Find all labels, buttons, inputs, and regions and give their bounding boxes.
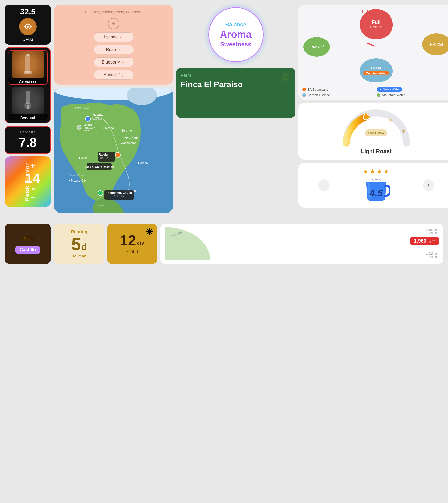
- peak-flavor-card: Peak Flavor + 14 days −: [5, 156, 51, 207]
- bag-oz: 12oz: [120, 233, 145, 248]
- legend-swiss-water: ✓ Swiss Water: [377, 87, 448, 92]
- svg-text:Black & White Roasters: Black & White Roasters: [84, 165, 114, 168]
- legend-ea-sugarcane: EA Sugarcane: [302, 87, 375, 92]
- altitude-card: Very High 2,100 m 5000 ft 1,525 m 5000 f…: [160, 224, 443, 264]
- svg-text:I don't know: I don't know: [368, 131, 384, 135]
- svg-text:Preparatory: Preparatory: [84, 127, 96, 129]
- svg-text:Seattle: Seattle: [93, 114, 103, 117]
- peak-minus-btn[interactable]: −: [30, 193, 35, 202]
- right-column: Full Caffeine Low-Caf: [298, 5, 448, 213]
- star-1: ★: [363, 168, 369, 175]
- roast-gauge-card: ❄ ❄ ❄ ❄ I don't know Light Roast: [298, 103, 448, 160]
- variety-card: Castillo: [5, 224, 51, 264]
- resting-days: 5d: [71, 236, 87, 253]
- center-left-column: Hibiscus, Lychee, Rose, Blueberry + Lych…: [54, 5, 173, 213]
- svg-rect-11: [27, 105, 29, 109]
- add-note-button[interactable]: +: [108, 18, 119, 29]
- svg-text:• Mexico City: • Mexico City: [69, 179, 87, 182]
- rating-value: 4.5: [370, 188, 383, 199]
- svg-text:Toronto: Toronto: [122, 129, 132, 132]
- flavor-sweetness: Sweetness: [220, 41, 251, 48]
- svg-text:❄: ❄: [348, 132, 352, 137]
- decaf-methods-label: Decaffeinated Methods: [361, 73, 392, 77]
- grinder-card: 32.5 DF83: [5, 5, 51, 45]
- rating-stars: ★ ★ ★ ★★: [363, 168, 390, 175]
- aeropress-label: Aeropress: [8, 78, 47, 84]
- equipment-aergrind[interactable]: Aergrind: [8, 87, 48, 120]
- rating-cup-area: ★ ★ ★ ★★: [361, 168, 391, 203]
- svg-point-36: [115, 152, 120, 157]
- star-2: ★: [370, 168, 375, 175]
- bag-card: ❋ 12oz $24.0: [107, 224, 157, 264]
- legend-mountain-water: Mountain Water: [377, 93, 448, 97]
- svg-point-29: [85, 116, 90, 121]
- flavor-circle-card: Balance Aroma Sweetness: [208, 7, 264, 62]
- altitude-indicator: 1,960 m ≡: [165, 237, 439, 245]
- star-4: ★★: [383, 168, 390, 175]
- farm-label: Farm: [181, 73, 291, 78]
- equipment-selector: Aeropress Aergrind: [5, 47, 51, 123]
- altitude-line: [165, 241, 410, 241]
- flavor-aroma: Aroma: [220, 29, 252, 39]
- svg-point-42: [98, 191, 103, 196]
- svg-point-32: [77, 125, 81, 129]
- tasting-notes-card: Hibiscus, Lychee, Rose, Blueberry + Lych…: [54, 5, 173, 85]
- peak-flavor-label: Peak Flavor: [24, 162, 31, 201]
- note-rose[interactable]: Rose ✓: [94, 45, 134, 54]
- svg-text:WA, US: WA, US: [93, 118, 102, 120]
- svg-rect-6: [25, 54, 30, 73]
- svg-text:❄: ❄: [389, 118, 392, 122]
- svg-text:Dallas: Dallas: [79, 156, 87, 160]
- bag-icon: ❋: [146, 227, 153, 237]
- svg-text:NC, US: NC, US: [100, 157, 108, 159]
- svg-text:Caraca: Caraca: [138, 161, 148, 165]
- aergrind-label: Aergrind: [8, 114, 48, 120]
- altitude-area: Very High 2,100 m 5000 ft 1,525 m 5000 f…: [165, 227, 439, 260]
- map-background: Arctic Circle Tropic of Cancer Equator T…: [54, 88, 173, 213]
- mountain-water-dot: [377, 93, 380, 97]
- grinder-temp: 32.5: [7, 7, 48, 16]
- caffeine-card: Full Caffeine Low-Caf: [298, 5, 448, 100]
- note-lychee[interactable]: Lychee ✓: [94, 32, 134, 42]
- resting-card: Resting 5d To Peak: [54, 224, 104, 264]
- svg-text:School: School: [84, 129, 91, 132]
- variety-name: Castillo: [15, 246, 40, 254]
- svg-point-60: [363, 114, 369, 120]
- svg-text:❄: ❄: [361, 120, 364, 124]
- bag-price: $24.0: [126, 249, 138, 255]
- svg-text:❄: ❄: [401, 129, 406, 134]
- rating-plus-button[interactable]: +: [423, 179, 434, 191]
- altitude-low-label: 1,525 m 5000 ft: [426, 252, 437, 259]
- note-apricot[interactable]: Apricot: [94, 70, 134, 80]
- coffee-beans-container: [22, 234, 34, 243]
- svg-text:Chicago: Chicago: [103, 126, 114, 130]
- caffeine-legend: EA Sugarcane ✓ Swiss Water Carbon Dioxid…: [302, 87, 448, 97]
- svg-rect-7: [24, 71, 32, 74]
- roast-label: Light Roast: [361, 148, 392, 155]
- caffeine-halfcaf-bubble: Half-Caf: [422, 33, 448, 55]
- ea-sugarcane-dot: [302, 88, 306, 91]
- resting-sublabel: To Peak: [72, 254, 86, 258]
- left-column: 32.5 DF83: [5, 5, 51, 213]
- note-blueberry[interactable]: Blueberry ✓: [94, 57, 134, 67]
- center-right-column: Balance Aroma Sweetness Farm Finca El Pa…: [176, 5, 295, 213]
- grind-size-card: Grind Size 7.8: [5, 126, 51, 154]
- rating-minus-button[interactable]: −: [318, 179, 330, 191]
- svg-point-1: [27, 26, 29, 28]
- svg-text:Tropic of Cancer: Tropic of Cancer: [69, 174, 86, 176]
- caffeine-full-bubble: Full Caffeine: [360, 9, 393, 39]
- grinder-name: DF83: [7, 37, 48, 42]
- carbon-dioxide-dot: [302, 93, 306, 97]
- peak-plus-btn[interactable]: +: [30, 161, 35, 170]
- caffeine-needle: [367, 42, 375, 47]
- rating-card: − ★ ★ ★ ★★: [298, 163, 448, 208]
- altitude-high-label: 2,100 m 5000 ft: [426, 228, 437, 235]
- tasting-notes-title: Hibiscus, Lychee, Rose, Blueberry: [85, 10, 142, 14]
- svg-point-48: [285, 75, 290, 80]
- altitude-badge: 1,960 m ≡: [410, 237, 439, 245]
- svg-rect-8: [27, 54, 29, 56]
- roast-gauge: ❄ ❄ ❄ ❄ I don't know: [341, 108, 411, 146]
- caffeine-decaf-bubble: Decaf Mountain Water: [360, 58, 393, 82]
- swiss-water-selected[interactable]: ✓ Swiss Water: [377, 87, 402, 92]
- equipment-aeropress[interactable]: Aeropress: [8, 50, 48, 85]
